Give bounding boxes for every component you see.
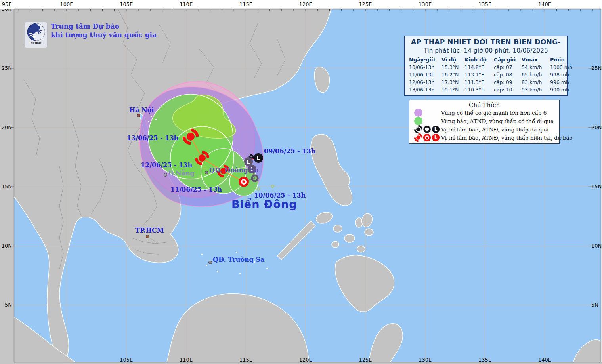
forecast-table-cell: Cấp gió [494,57,522,63]
forecast-table-cell: 13/06-13h [409,87,441,93]
bulletin-title: AP THAP NHIET DOI TREN BIEN DONG- [405,38,567,46]
axis-bottom-longitudes: 105E110E115E120E125E130E135E140E [0,356,602,362]
axis-right-latitudes: 25N20N15N10N5N [591,9,602,362]
forecast-table-cell: 19.1°N [441,87,464,93]
forecast-table-row: 12/06-13h17.3°N111.3°Ecấp: 0983 km/h996 … [405,78,567,86]
legend-icon-cell [409,125,441,133]
track-time-label-t1113: 11/06/25 - 13h [170,186,222,193]
past-typhoon-icon [414,125,422,133]
forecast-table-cell: 93 km/h [522,87,550,93]
lon-label-bottom: 110E [180,357,193,363]
forecast-table-cell: 65 km/h [522,72,550,78]
agency-name: Trung tâm Dự báo khí tượng thuỷ văn quốc… [51,22,157,39]
lon-label-bottom: 120E [299,357,312,363]
forecast-table-row: 10/06-13h15.3°N114.8°Ecấp: 0754 km/h1000… [405,63,567,71]
legend-item-green-area: Vùng bão, ATNĐ, vùng thấp có thể đi qua [409,117,559,125]
forecast-table-cell: 998 mb [550,72,571,78]
lon-label-top: 135E [478,1,491,7]
lon-label-top: 95E [2,1,12,7]
lat-label-right: 15N [591,183,602,189]
lat-label-right: 10N [591,243,602,249]
lat-label-right: 25N [591,65,602,71]
legend-item-label: Vị trí tâm bão, ATNĐ, vùng thấp đã qua [441,126,548,133]
lat-label-left: 30N [0,9,12,12]
forecast-table-cell: 54 km/h [522,64,550,70]
place-dot-da-nang [164,173,167,177]
agency-branding: NCHMF Trung tâm Dự báo khí tượng thuỷ vă… [25,22,157,48]
forecast-table-cell: 111.3°E [464,79,494,85]
legend-item-label: Vùng có thể có gió mạnh lớn hơn cấp 6 [441,110,547,116]
forecast-table-cell: Kinh độ [464,57,494,63]
forecast-table-row: 11/06-13h16.2°N113.1°Ecấp: 0865 km/h998 … [405,71,567,78]
place-label-ha-noi: Hà Nội [129,106,154,114]
sea-name-label: Biển Đông [231,198,297,210]
place-label-hoang-sa: QĐ. Hoàng Sa [209,166,259,174]
forecast-table-cell: cấp: 10 [494,87,522,93]
bulletin-issued-time: Tin phát lúc: 14 giờ 00 phút, 10/06/2025 [405,47,567,54]
track-time-label-t1213: 12/06/25 - 13h [141,161,192,169]
purple-area-swatch [414,109,422,117]
past-position-icon [244,157,253,166]
legend-item-past-symbols: Vị trí tâm bão, ATNĐ, vùng thấp đã qua [409,125,559,133]
legend-icon-cell [409,109,441,117]
forecast-table-cell: 114.8°E [464,64,494,70]
lat-label-right: 5N [591,302,598,308]
lon-label-bottom: 115E [239,357,252,363]
forecast-table-header: Ngày-giờVĩ độKinh độCấp gióVmaxPmin [405,56,567,63]
forecast-table-cell: 996 mb [550,79,571,85]
nchmf-logo-text: NCHMF [31,42,42,45]
past-circle-icon [423,125,431,133]
forecast-table-cell: 110.3°E [464,87,494,93]
lat-label-left: 20N [0,124,12,130]
current-low-icon [432,133,440,142]
lat-label-left: 25N [0,65,12,71]
place-label-tp-hcm: TP.HCM [135,227,164,234]
lon-label-top: 130E [419,1,432,7]
lat-label-right: 20N [591,124,602,130]
lon-label-top: 140E [538,1,551,7]
lat-label-left: 5N [0,302,12,308]
lat-label-left: 10N [0,243,12,249]
forecast-table: Ngày-giờVĩ độKinh độCấp gióVmaxPmin10/06… [405,56,567,93]
storm-forecast-map-page: { "branding": { "org_line1": "Trung tâm … [0,0,602,364]
forecast-table-cell: 83 km/h [522,79,550,85]
past-position-0906-icon [254,153,263,163]
lon-label-top: 105E [120,1,133,7]
track-time-label-t1313: 13/06/25 - 13h [127,134,178,142]
lon-label-bottom: 105E [120,357,133,363]
forecast-table-cell: Ngày-giờ [409,57,441,63]
place-dot-truong-sa [208,261,212,264]
legend-item-label: Vùng bão, ATNĐ, vùng thấp có thể đi qua [441,118,554,124]
forecast-table-cell: cấp: 09 [494,79,522,85]
place-label-truong-sa: QĐ. Trường Sa [213,256,264,263]
place-dot-tp-hcm [146,235,149,238]
lon-label-bottom: 135E [478,357,491,363]
axis-top-longitudes: 95E100E105E110E115E120E125E130E135E140E [0,0,602,9]
forecast-table-cell: 11/06-13h [409,72,441,78]
forecast-table-cell: cấp: 08 [494,72,522,78]
forecast-table-cell: Pmin [550,57,571,63]
lon-label-top: 120E [299,1,312,7]
lon-label-bottom: 130E [419,357,432,363]
place-label-da-nang: Đ.Nẵng [168,170,195,177]
forecast-table-cell: 16.2°N [441,72,464,78]
forecast-table-cell: Vĩ độ [441,57,464,63]
forecast-table-cell: Vmax [522,57,550,63]
lon-label-top: 110E [180,1,193,7]
current-typhoon-icon [414,133,422,142]
agency-name-line1: Trung tâm Dự báo [51,22,157,30]
place-dot-hoang-sa [205,171,208,174]
lon-label-bottom: 125E [359,357,372,363]
forecast-table-cell: 990 mb [550,87,571,93]
forecast-table-cell: cấp: 07 [494,64,522,70]
lon-label-bottom: 140E [538,357,551,363]
current-position-icon [239,177,249,187]
forecast-table-cell: 1000 mb [550,64,571,70]
nchmf-logo: NCHMF [25,22,48,48]
past-low-icon [432,125,440,133]
legend-icon-cell [409,117,441,125]
storm-bulletin-box: AP THAP NHIET DOI TREN BIEN DONG- Tin ph… [404,36,568,96]
forecast-table-cell: 12/06-13h [409,79,441,85]
green-area-swatch [414,117,422,125]
legend-title: Chú Thích [409,101,559,109]
